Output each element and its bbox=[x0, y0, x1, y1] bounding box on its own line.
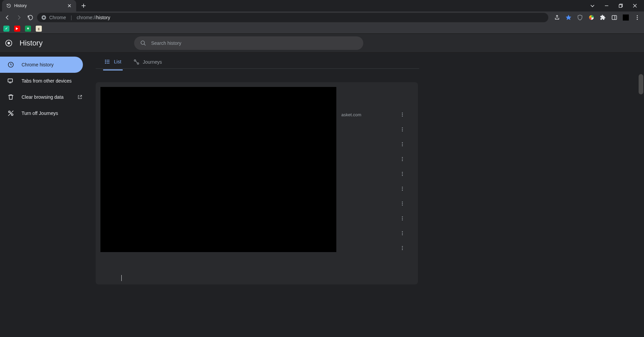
svg-point-38 bbox=[402, 127, 403, 128]
tab-search-icon[interactable] bbox=[588, 1, 597, 10]
svg-point-58 bbox=[402, 219, 403, 220]
svg-line-26 bbox=[8, 111, 13, 116]
svg-point-45 bbox=[402, 159, 403, 160]
svg-point-39 bbox=[402, 129, 403, 130]
journeys-icon bbox=[133, 59, 140, 65]
tab-journeys-label: Journeys bbox=[143, 59, 162, 65]
svg-point-53 bbox=[402, 202, 403, 203]
row-menu-icon[interactable] bbox=[398, 111, 406, 119]
view-tabs: List Journeys bbox=[96, 53, 419, 69]
bookmark-star-icon[interactable] bbox=[564, 13, 573, 22]
svg-point-14 bbox=[637, 15, 638, 16]
close-tab-icon[interactable] bbox=[67, 3, 72, 8]
sidebar-item-label: Tabs from other devices bbox=[22, 78, 72, 84]
sidebar-item-chrome-history[interactable]: Chrome history bbox=[0, 57, 83, 73]
tab-title: History bbox=[14, 3, 67, 8]
page-header: History bbox=[0, 34, 644, 53]
scrollbar-thumb[interactable] bbox=[639, 74, 643, 94]
svg-point-30 bbox=[105, 60, 106, 60]
back-button[interactable] bbox=[3, 13, 12, 22]
svg-point-61 bbox=[402, 234, 403, 235]
svg-point-43 bbox=[402, 145, 403, 146]
svg-point-19 bbox=[141, 41, 145, 44]
svg-point-31 bbox=[105, 61, 106, 62]
bookmark-item-4[interactable]: g bbox=[36, 26, 42, 32]
chrome-logo-icon bbox=[5, 39, 13, 47]
sidebar-item-turn-off-journeys[interactable]: Turn off Journeys bbox=[0, 105, 83, 121]
sidebar-item-clear-data[interactable]: Clear browsing data bbox=[0, 89, 83, 105]
sidebar-item-other-devices[interactable]: Tabs from other devices bbox=[0, 73, 83, 89]
svg-point-46 bbox=[402, 160, 403, 161]
svg-point-44 bbox=[402, 157, 403, 158]
sidebar-item-label: Turn off Journeys bbox=[22, 111, 58, 116]
sidepanel-icon[interactable] bbox=[610, 13, 618, 22]
new-tab-button[interactable] bbox=[79, 1, 88, 10]
svg-point-41 bbox=[402, 142, 403, 143]
row-menu-icon[interactable] bbox=[398, 170, 406, 178]
svg-point-42 bbox=[402, 144, 403, 145]
devices-icon bbox=[7, 78, 14, 84]
omnibox-url-bright: history bbox=[96, 15, 110, 20]
content-area: List Journeys asket.com bbox=[94, 53, 644, 337]
extensions-puzzle-icon[interactable] bbox=[599, 13, 607, 22]
row-menu-icon[interactable] bbox=[398, 140, 406, 148]
search-history-input[interactable] bbox=[151, 40, 357, 46]
bookmark-item-1[interactable]: ✓ bbox=[3, 26, 9, 32]
row-menu-icon[interactable] bbox=[398, 214, 406, 222]
tab-list[interactable]: List bbox=[103, 56, 123, 70]
row-menu-icon[interactable] bbox=[398, 229, 406, 237]
svg-point-18 bbox=[7, 42, 10, 44]
svg-point-32 bbox=[105, 63, 106, 63]
svg-point-9 bbox=[43, 17, 44, 18]
text-caret bbox=[121, 275, 122, 281]
journeys-off-icon bbox=[7, 110, 14, 117]
row-menu-icon[interactable] bbox=[398, 244, 406, 252]
sidebar-item-label: Clear browsing data bbox=[22, 94, 64, 100]
svg-point-35 bbox=[402, 113, 403, 114]
row-menu-icon[interactable] bbox=[398, 155, 406, 163]
svg-point-40 bbox=[402, 130, 403, 131]
forward-button[interactable] bbox=[14, 13, 24, 22]
page-body: Chrome history Tabs from other devices C… bbox=[0, 53, 644, 337]
svg-point-57 bbox=[402, 218, 403, 219]
toolbar-actions bbox=[550, 13, 641, 22]
close-window-icon[interactable] bbox=[631, 1, 639, 10]
reload-button[interactable] bbox=[26, 13, 35, 22]
tab-journeys[interactable]: Journeys bbox=[132, 56, 163, 70]
history-row-domain: asket.com bbox=[341, 112, 361, 117]
maximize-icon[interactable] bbox=[616, 1, 625, 10]
titlebar: History bbox=[0, 0, 644, 11]
svg-point-52 bbox=[402, 190, 403, 191]
window-controls bbox=[588, 0, 644, 11]
site-info-icon[interactable]: Chrome bbox=[41, 15, 66, 20]
extension-shield-icon[interactable] bbox=[576, 13, 584, 22]
svg-point-62 bbox=[402, 246, 403, 247]
redacted-overlay bbox=[100, 87, 336, 252]
search-history-box[interactable] bbox=[134, 36, 363, 50]
omnibox-url-dim: chrome:// bbox=[76, 15, 96, 20]
chrome-menu-icon[interactable] bbox=[633, 13, 641, 22]
history-icon bbox=[6, 3, 11, 8]
search-icon bbox=[140, 40, 146, 46]
svg-marker-10 bbox=[566, 15, 571, 20]
page-title: History bbox=[20, 39, 42, 48]
svg-point-48 bbox=[402, 174, 403, 175]
row-menu-icon[interactable] bbox=[398, 125, 406, 133]
bookmark-item-3[interactable]: ✶ bbox=[25, 26, 31, 32]
browser-tab[interactable]: History bbox=[2, 0, 76, 11]
row-menu-icon[interactable] bbox=[398, 200, 406, 208]
svg-point-15 bbox=[637, 17, 638, 18]
row-menu-icon[interactable] bbox=[398, 185, 406, 193]
profile-avatar[interactable] bbox=[622, 13, 630, 22]
share-icon[interactable] bbox=[553, 13, 561, 22]
svg-point-16 bbox=[637, 19, 638, 20]
minimize-icon[interactable] bbox=[602, 1, 611, 10]
omnibox-separator: | bbox=[69, 15, 74, 20]
clock-icon bbox=[7, 61, 14, 68]
svg-point-50 bbox=[402, 187, 403, 188]
bookmark-item-2[interactable] bbox=[14, 26, 20, 32]
tab-list-label: List bbox=[114, 59, 121, 64]
address-bar[interactable]: Chrome | chrome://history bbox=[37, 13, 548, 22]
svg-point-60 bbox=[402, 233, 403, 234]
extension-circle-icon[interactable] bbox=[587, 13, 595, 22]
